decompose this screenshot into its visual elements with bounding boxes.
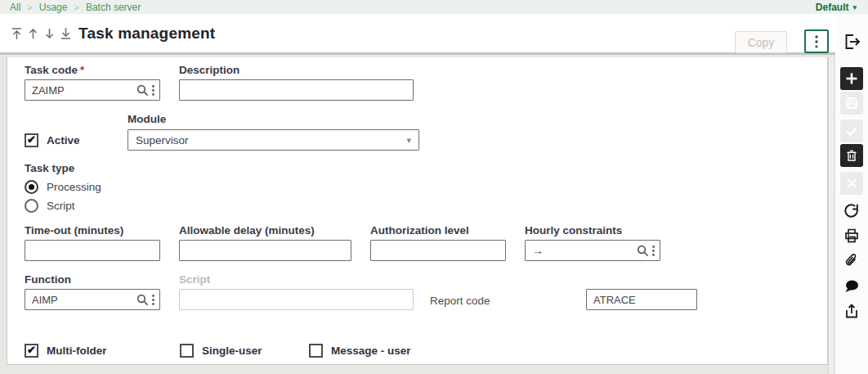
authorization-level-input[interactable] <box>371 241 505 260</box>
task-code-label: Task code* <box>25 64 84 76</box>
message-user-checkbox[interactable] <box>309 344 323 358</box>
save-button <box>840 92 863 115</box>
comment-bubble-icon[interactable] <box>840 275 863 298</box>
confirm-check-button <box>840 119 863 142</box>
multi-folder-label: Multi-folder <box>47 345 107 357</box>
single-user-checkbox[interactable] <box>180 344 194 358</box>
task-type-processing-radio[interactable]: Processing <box>25 180 101 194</box>
breadcrumb-separator: > <box>27 2 32 12</box>
multi-folder-checkbox[interactable] <box>25 344 38 358</box>
timeout-field-wrap <box>25 240 160 261</box>
options-dots-icon[interactable] <box>651 245 655 257</box>
single-user-checkbox-row[interactable]: Single-user <box>180 344 262 358</box>
vertical-dots-icon <box>814 34 819 49</box>
function-input[interactable] <box>25 290 136 309</box>
active-checkbox[interactable] <box>25 133 38 147</box>
module-select[interactable]: Supervisor ▾ <box>128 129 419 151</box>
record-navigation <box>10 26 73 41</box>
required-asterisk: * <box>80 64 84 76</box>
radio-icon <box>25 199 38 213</box>
module-label: Module <box>128 113 166 125</box>
breadcrumb-all[interactable]: All <box>10 2 20 13</box>
previous-record-icon[interactable] <box>26 26 40 41</box>
profile-name: Default <box>816 2 849 13</box>
share-export-icon[interactable] <box>840 300 863 322</box>
search-icon[interactable] <box>136 84 149 97</box>
authorization-level-field-wrap <box>370 240 506 261</box>
breadcrumb: All > Usage > Batch server <box>10 2 141 13</box>
report-code-field-wrap <box>586 289 697 310</box>
print-button[interactable] <box>840 224 863 247</box>
message-user-label: Message - user <box>331 345 411 357</box>
module-value: Supervisor <box>136 134 189 146</box>
multi-folder-checkbox-row[interactable]: Multi-folder <box>25 344 107 358</box>
hourly-constraints-label: Hourly constraints <box>525 224 622 237</box>
first-record-icon[interactable] <box>10 26 24 41</box>
timeout-label: Time-out (minutes) <box>25 224 123 237</box>
options-dots-icon[interactable] <box>151 294 155 306</box>
description-input[interactable] <box>180 80 413 100</box>
allowable-delay-input[interactable] <box>180 241 351 260</box>
script-option-label: Script <box>47 200 75 212</box>
processing-label: Processing <box>47 181 101 193</box>
function-label: Function <box>25 273 71 286</box>
cancel-x-button <box>840 172 863 195</box>
arrow-right-icon: → <box>526 244 544 257</box>
breadcrumb-usage[interactable]: Usage <box>39 2 68 13</box>
more-actions-button[interactable] <box>804 29 829 53</box>
authorization-level-label: Authorization level <box>370 224 469 237</box>
single-user-label: Single-user <box>202 345 262 357</box>
vertical-scrollbar[interactable] <box>828 57 835 374</box>
report-code-input[interactable] <box>587 290 696 309</box>
new-plus-button[interactable] <box>840 67 863 90</box>
search-icon[interactable] <box>136 294 149 306</box>
description-label: Description <box>179 64 239 76</box>
task-type-script-radio[interactable]: Script <box>25 199 75 213</box>
task-form-panel: Task code* Description Module Active Sup… <box>7 57 828 365</box>
delete-trash-button[interactable] <box>840 144 863 167</box>
active-checkbox-row[interactable]: Active <box>25 133 80 147</box>
chevron-down-icon: ▾ <box>852 3 857 11</box>
hourly-constraints-input[interactable] <box>544 241 637 260</box>
last-record-icon[interactable] <box>59 26 73 41</box>
task-code-input[interactable] <box>25 80 136 100</box>
script-input <box>180 290 413 309</box>
refresh-button[interactable] <box>840 200 863 223</box>
copy-button[interactable]: Copy <box>735 31 787 53</box>
search-icon[interactable] <box>637 245 649 257</box>
script-field-label: Script <box>179 273 210 286</box>
hourly-constraints-field-wrap: → <box>525 240 660 261</box>
allowable-delay-label: Allowable delay (minutes) <box>179 224 315 237</box>
page-header: Task management Copy <box>0 14 868 55</box>
active-label: Active <box>47 134 80 146</box>
description-field-wrap <box>179 79 414 101</box>
chevron-down-icon: ▾ <box>406 135 411 146</box>
page-title: Task management <box>78 25 215 43</box>
report-code-label: Report code <box>430 295 490 307</box>
next-record-icon[interactable] <box>43 26 56 41</box>
radio-icon <box>25 180 38 194</box>
allowable-delay-field-wrap <box>179 240 351 261</box>
message-user-checkbox-row[interactable]: Message - user <box>309 344 411 358</box>
function-field-wrap <box>25 289 160 310</box>
timeout-input[interactable] <box>25 241 159 260</box>
attachment-paperclip-icon[interactable] <box>840 249 863 272</box>
task-type-label: Task type <box>25 162 74 174</box>
task-code-field-wrap <box>25 79 160 101</box>
logout-icon[interactable] <box>843 33 861 54</box>
script-field-wrap <box>179 289 414 310</box>
breadcrumb-batch-server[interactable]: Batch server <box>86 2 141 13</box>
options-dots-icon[interactable] <box>151 84 155 97</box>
breadcrumb-bar: All > Usage > Batch server Default ▾ <box>0 0 868 14</box>
profile-selector[interactable]: Default ▾ <box>816 2 857 13</box>
breadcrumb-separator: > <box>74 2 78 12</box>
action-sidebar <box>835 14 868 374</box>
